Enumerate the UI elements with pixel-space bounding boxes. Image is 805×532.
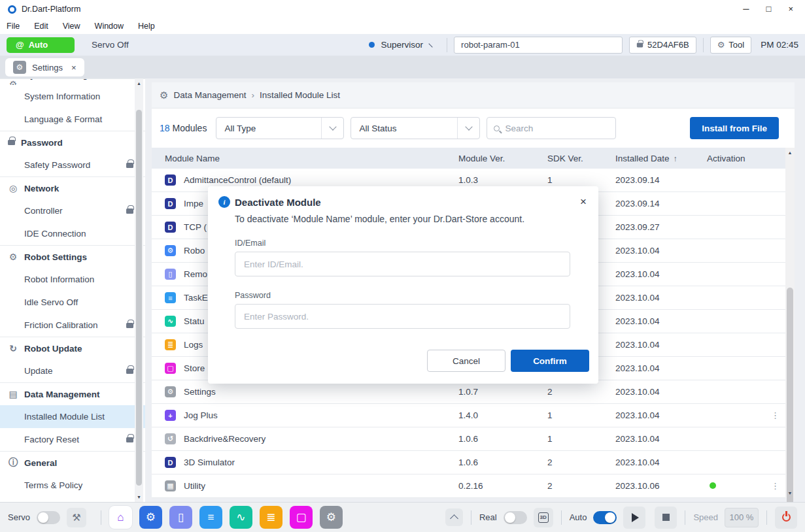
sidebar-item[interactable]: Installed Module List [0,405,145,428]
store-app-icon[interactable]: ▢ [290,506,313,529]
stop-button[interactable] [655,507,677,529]
table-row[interactable]: D 3D Simulator 1.0.6 2 2023.10.04 [152,451,795,474]
sidebar-item[interactable]: ◎ Network [0,176,145,199]
id-email-input[interactable] [235,259,570,269]
tab-strip: ⚙ Settings × [0,56,805,78]
dock-collapse-button[interactable] [445,508,463,526]
sidebar-item[interactable]: Friction Calibration [0,314,145,337]
scrollbar-thumb[interactable] [136,110,142,486]
3d-view-button[interactable]: 3D [534,508,553,527]
sidebar-item[interactable]: ⓘ General [0,451,145,474]
sidebar-item[interactable]: Controller [0,199,145,222]
cancel-button[interactable]: Cancel [427,350,505,372]
sidebar-item[interactable]: Idle Servo Off [0,291,145,314]
chevron-down-icon[interactable] [428,40,436,47]
scroll-up-icon[interactable]: ▲ [785,150,795,155]
status-module-icon: ∿ [165,316,176,327]
dialog-close-icon[interactable]: × [579,195,588,208]
col-module-name: Module Name [152,154,458,163]
installed-date: 2023.10.04 [615,387,707,397]
sidebar-item[interactable]: Robot Information [0,268,145,291]
sidebar-item[interactable]: Terms & Policy [0,474,145,497]
sidebar-item[interactable]: IDE Connection [0,222,145,245]
sidebar-scrollbar[interactable]: ▲ ▼ [135,78,143,502]
table-row[interactable]: ⚙ Settings 1.0.7 2 2023.10.04 [152,380,795,404]
confirm-button[interactable]: Confirm [511,350,589,372]
sidebar-item[interactable]: Factory Reset [0,428,145,451]
speed-value[interactable]: 100 % [725,508,759,527]
col-activation: Activation [707,154,771,163]
tab-close-icon[interactable]: × [71,63,77,73]
auto-toggle[interactable] [593,511,617,524]
task-app-icon[interactable]: ≡ [199,506,222,529]
sidebar-item[interactable]: System Information [0,85,145,108]
sidebar-item[interactable]: ↻ Robot Update [0,337,145,359]
robot-app-icon[interactable]: ⚙ [139,506,162,529]
status-filter-select[interactable]: All Status [351,117,480,139]
log-app-icon[interactable]: ≣ [260,506,283,529]
module-name: Settings [184,387,216,397]
scroll-down-icon[interactable]: ▼ [135,495,143,499]
user-role-label[interactable]: Supervisor [381,40,424,50]
play-button[interactable] [623,507,645,529]
remote-app-icon[interactable]: ▯ [169,506,192,529]
sidebar-item-label: Installed Module List [24,412,105,422]
settings-app-icon[interactable]: ⚙ [320,506,343,529]
robot-id-badge[interactable]: 52D4AF6B [629,37,696,54]
robot-param-input[interactable] [454,37,623,54]
mode-badge[interactable]: @ Auto [7,37,75,53]
module-name: Jog Plus [184,410,218,420]
install-from-file-button[interactable]: Install from File [690,117,779,139]
module-name: AdmittanceControl (default) [184,175,291,185]
sidebar-item-label: Network [24,184,59,193]
menu-help[interactable]: Help [138,22,155,31]
menu-window[interactable]: Window [95,22,124,31]
scroll-down-icon[interactable]: ▼ [785,491,795,495]
menu-view[interactable]: View [63,22,80,31]
tool-button[interactable]: ⚙ Tool [710,37,752,54]
maximize-button[interactable]: □ [766,0,772,18]
power-button[interactable] [775,507,797,529]
sidebar-item[interactable]: ⚙ Robot Settings [0,245,145,268]
table-row[interactable]: ↺ Backdrive&Recovery 1.0.6 1 2023.10.04 [152,427,795,451]
minimize-button[interactable]: ─ [743,0,749,18]
real-toggle[interactable] [504,511,527,524]
menu-file[interactable]: File [7,22,20,31]
info-icon: i [218,196,230,208]
type-filter-select[interactable]: All Type [216,117,344,139]
table-row[interactable]: ▦ Utility 0.2.16 2 2023.10.06 ⋮ [152,474,795,498]
tab-settings[interactable]: ⚙ Settings × [5,58,84,76]
module-version: 1.4.0 [458,410,547,420]
scroll-up-icon[interactable]: ▲ [135,81,143,86]
table-scrollbar[interactable]: ▲ ▼ [785,148,795,498]
auto-toggle-label: Auto [570,512,587,522]
sidebar-item[interactable]: ⚙ System Settings [0,78,145,85]
status-toolbar: @ Auto Servo Off Supervisor 52D4AF6B ⚙ T… [0,34,805,56]
kebab-menu-icon[interactable]: ⋮ [771,481,779,491]
dart-module-icon: D [165,198,176,209]
home-app-icon[interactable]: ⌂ [109,506,132,529]
breadcrumb-section[interactable]: Data Management [173,90,246,100]
kebab-menu-icon[interactable]: ⋮ [771,410,779,420]
search-input[interactable] [505,124,596,133]
module-version: 1.0.6 [458,457,547,467]
module-name: Logs [184,340,203,350]
servo-toggle[interactable] [37,511,60,524]
table-row[interactable]: + Jog Plus 1.4.0 1 2023.10.04 ⋮ [152,404,795,427]
tool-wrench-button[interactable]: ⚒ [67,508,86,527]
sidebar-item-label: Friction Calibration [24,320,98,330]
sidebar-item[interactable]: Safety Password [0,154,145,176]
password-input[interactable] [235,312,570,322]
sidebar-item[interactable]: Password [0,131,145,154]
monitoring-app-icon[interactable]: ∿ [230,506,252,529]
sidebar-item[interactable]: Language & Format [0,108,145,131]
col-installed-date[interactable]: Installed Date↑ [615,154,707,163]
search-box[interactable] [487,117,616,139]
sidebar-item[interactable]: Update [0,359,145,382]
store-module-icon: ▢ [165,363,176,374]
settings-gear-icon: ⚙ [13,61,26,74]
menu-edit[interactable]: Edit [34,22,48,31]
installed-date: 2023.10.04 [615,410,707,420]
close-button[interactable]: × [788,0,793,18]
sidebar-item[interactable]: ▤ Data Management [0,382,145,405]
